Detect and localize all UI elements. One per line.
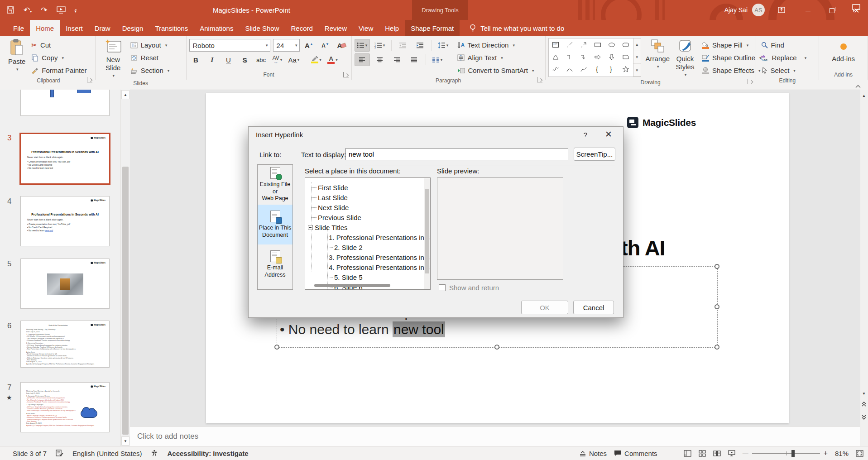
- slideshow-view-icon[interactable]: [728, 450, 735, 457]
- tree-item[interactable]: 4. Professional Presentations in S: [305, 262, 430, 272]
- tree-item[interactable]: 2. Slide 2: [305, 242, 430, 252]
- selected-text[interactable]: new tool: [393, 321, 445, 337]
- spellcheck-icon[interactable]: [56, 450, 63, 457]
- redo-icon[interactable]: ↷: [41, 6, 47, 14]
- zoom-slider-thumb[interactable]: [791, 450, 795, 457]
- cut-button[interactable]: ✂Cut: [29, 39, 89, 51]
- shape-freeform-icon[interactable]: [549, 64, 562, 75]
- shapes-gallery[interactable]: {} ▲ ▼ ▼: [548, 38, 641, 77]
- tab-view[interactable]: View: [353, 20, 379, 36]
- italic-button[interactable]: I: [206, 54, 219, 66]
- clipboard-dialog-launcher-icon[interactable]: [87, 77, 92, 82]
- scroll-down-icon[interactable]: ▼: [860, 388, 868, 398]
- strikethrough-button[interactable]: abc: [254, 54, 268, 66]
- shape-arc-icon[interactable]: [563, 64, 576, 75]
- slide-thumbnail-4[interactable]: MagicSlidesProfessional Presentations in…: [20, 196, 110, 246]
- slide-thumbnail-3[interactable]: MagicSlidesProfessional Presentations in…: [19, 133, 110, 185]
- slide-thumbnail-6[interactable]: MagicSlidesEnd of the PresentationMarket…: [20, 321, 110, 368]
- columns-button[interactable]: ▾: [430, 54, 445, 66]
- shape-oval-icon[interactable]: [605, 39, 618, 50]
- tab-slide-show[interactable]: Slide Show: [239, 20, 285, 36]
- paste-button[interactable]: Paste ▾: [5, 38, 29, 73]
- avatar[interactable]: AS: [752, 4, 765, 16]
- line-spacing-button[interactable]: ▾: [436, 39, 451, 51]
- shape-arrow-icon[interactable]: [577, 39, 590, 50]
- font-dialog-launcher-icon[interactable]: [343, 72, 349, 77]
- selection-handle-bottom-right[interactable]: [715, 345, 719, 350]
- shapes-scroll-down-icon[interactable]: ▼: [633, 51, 641, 64]
- tree-item[interactable]: Slide Titles: [305, 222, 430, 232]
- undo-icon[interactable]: ↶▾: [24, 6, 32, 14]
- bullets-button[interactable]: ▾: [355, 39, 370, 52]
- slide-bullet-2[interactable]: • No need to learn new tool: [280, 322, 445, 337]
- align-text-button[interactable]: Align Text▾: [455, 52, 537, 64]
- format-painter-button[interactable]: Format Painter: [29, 64, 89, 77]
- cancel-button[interactable]: Cancel: [573, 301, 614, 314]
- slide-indicator[interactable]: Slide 3 of 7: [13, 450, 47, 457]
- text-shadow-button[interactable]: S: [238, 54, 252, 66]
- replace-button[interactable]: abacReplace▾: [759, 52, 809, 64]
- tab-review[interactable]: Review: [319, 20, 353, 36]
- previous-slide-icon[interactable]: [860, 399, 868, 409]
- next-slide-icon[interactable]: [860, 412, 868, 422]
- shape-left-brace-icon[interactable]: {: [591, 64, 604, 75]
- tab-file[interactable]: File: [7, 20, 30, 36]
- quick-styles-button[interactable]: Quick Styles▾: [674, 38, 696, 78]
- shape-right-arrow-icon[interactable]: [591, 52, 604, 62]
- font-family-combo[interactable]: Roboto▾: [189, 39, 270, 52]
- slide-thumbnail-5[interactable]: MagicSlides: [20, 259, 110, 309]
- drawing-dialog-launcher-icon[interactable]: [748, 79, 753, 84]
- shape-line-icon[interactable]: [563, 39, 576, 50]
- dialog-help-button[interactable]: ?: [579, 129, 592, 140]
- vertical-scrollbar[interactable]: ▲ ▼: [860, 90, 868, 446]
- shape-elbow-arrow-connector-icon[interactable]: [577, 52, 590, 62]
- dialog-title-bar[interactable]: Insert Hyperlink: [249, 127, 623, 142]
- shape-curve-icon[interactable]: [577, 64, 590, 75]
- zoom-out-button[interactable]: —: [743, 450, 748, 457]
- change-case-button[interactable]: Aa▾: [287, 54, 301, 66]
- minimize-button[interactable]: [802, 6, 814, 14]
- align-center-button[interactable]: [373, 54, 387, 66]
- text-direction-button[interactable]: AText Direction▾: [455, 39, 537, 51]
- reading-view-icon[interactable]: [713, 450, 721, 457]
- shape-triangle-icon[interactable]: [549, 52, 562, 62]
- tree-horizontal-scrollbar[interactable]: [314, 284, 390, 287]
- ok-button[interactable]: OK: [521, 301, 568, 314]
- text-to-display-input[interactable]: [345, 148, 568, 160]
- share-icon[interactable]: [777, 6, 789, 14]
- panel-scrollbar[interactable]: ▲ ▼: [120, 90, 130, 446]
- notes-pane[interactable]: Click to add notes: [130, 426, 860, 446]
- tree-item[interactable]: 5. Slide 5: [305, 272, 430, 282]
- tab-help[interactable]: Help: [379, 20, 405, 36]
- numbering-button[interactable]: 123▾: [373, 39, 387, 51]
- document-place-tree[interactable]: First SlideLast SlideNext SlidePrevious …: [305, 177, 431, 290]
- tab-shape-format[interactable]: Shape Format: [405, 20, 460, 36]
- section-button[interactable]: Section▾: [128, 64, 172, 77]
- panel-scroll-down-icon[interactable]: ▼: [121, 436, 129, 446]
- tree-collapse-icon[interactable]: [308, 225, 313, 230]
- bold-button[interactable]: B: [189, 54, 203, 66]
- shapes-more-icon[interactable]: ▼: [633, 64, 641, 77]
- selection-handle-bottom-middle[interactable]: [494, 345, 499, 350]
- shape-snip-corner-icon[interactable]: [619, 52, 632, 62]
- show-and-return-checkbox[interactable]: [439, 284, 446, 291]
- new-slide-button[interactable]: New Slide ▾: [98, 38, 128, 79]
- panel-scroll-up-icon[interactable]: ▲: [121, 90, 129, 99]
- linkto-email-address[interactable]: E-mail Address: [258, 244, 293, 284]
- shape-fill-button[interactable]: Shape Fill▾: [700, 39, 764, 51]
- decrease-indent-button[interactable]: [396, 39, 410, 51]
- scroll-up-icon[interactable]: ▲: [860, 91, 868, 101]
- font-color-button[interactable]: A▾: [326, 54, 339, 66]
- tab-draw[interactable]: Draw: [89, 20, 116, 36]
- find-button[interactable]: Find: [759, 39, 809, 51]
- tree-item[interactable]: 1. Professional Presentations in S: [305, 232, 430, 242]
- grow-font-button[interactable]: A▲: [302, 39, 316, 51]
- slide-thumbnail-7[interactable]: MagicSlidesMarketing Team Meeting – Agen…: [20, 382, 110, 432]
- reset-button[interactable]: Reset: [128, 52, 172, 64]
- linkto-place-in-document[interactable]: Place in ThisDocument: [258, 205, 293, 244]
- font-size-combo[interactable]: 24▾: [273, 39, 300, 52]
- tab-home[interactable]: Home: [30, 20, 60, 36]
- restore-button[interactable]: [826, 6, 838, 14]
- shapes-gallery-scroll[interactable]: ▲ ▼ ▼: [633, 38, 641, 77]
- align-left-button[interactable]: [355, 53, 370, 66]
